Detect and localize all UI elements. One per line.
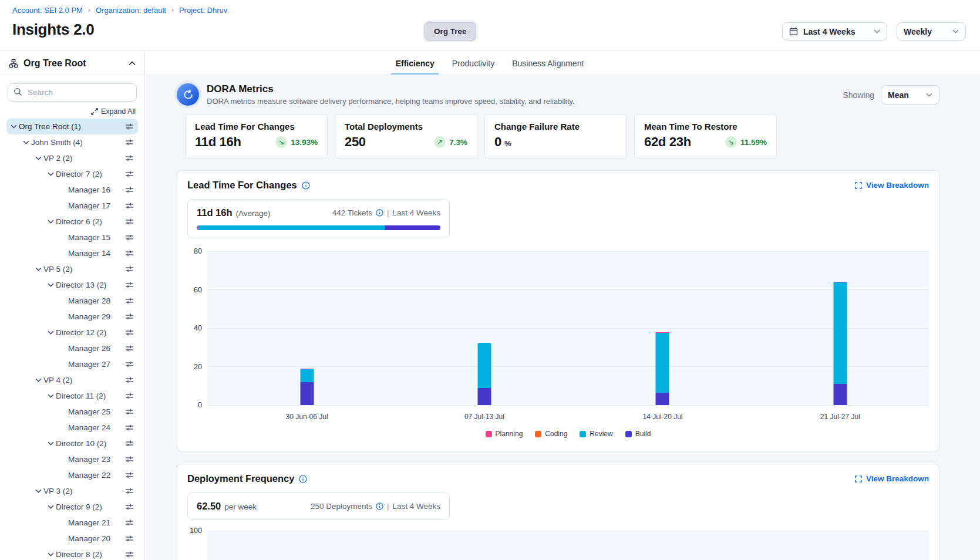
info-icon[interactable] — [299, 475, 307, 483]
tab-efficiency[interactable]: Efficiency — [396, 52, 435, 75]
chevron-down-icon[interactable] — [33, 156, 43, 160]
sliders-icon[interactable] — [125, 139, 134, 146]
sliders-icon[interactable] — [125, 234, 134, 241]
arrow-down-right-icon: ↘ — [275, 136, 287, 148]
sliders-icon[interactable] — [125, 360, 134, 368]
tree-item-manager-15[interactable]: Manager 15 — [6, 230, 138, 245]
tree-item-manager-25[interactable]: Manager 25 — [6, 404, 138, 420]
chevron-down-icon[interactable] — [45, 505, 56, 509]
tree-item-manager-16[interactable]: Manager 16 — [6, 182, 138, 198]
tree-item-john-smith-4[interactable]: John Smith (4) — [6, 134, 138, 150]
sliders-icon[interactable] — [125, 329, 134, 336]
breadcrumb-project[interactable]: Project: Dhruv — [179, 6, 227, 15]
sliders-icon[interactable] — [125, 424, 134, 431]
info-icon[interactable] — [376, 209, 383, 217]
sliders-icon[interactable] — [125, 440, 134, 447]
info-icon[interactable] — [302, 181, 310, 190]
tree-item-director-12-2[interactable]: Director 12 (2) — [6, 325, 138, 340]
sliders-icon[interactable] — [125, 376, 134, 384]
tree-item-manager-29[interactable]: Manager 29 — [6, 309, 138, 325]
expand-all-button[interactable]: Expand All — [0, 107, 136, 116]
chevron-down-icon[interactable] — [45, 330, 56, 335]
sliders-icon[interactable] — [125, 186, 134, 194]
showing-control: Showing Mean — [843, 85, 939, 104]
sliders-icon[interactable] — [125, 123, 134, 130]
sliders-icon[interactable] — [125, 535, 134, 542]
sliders-icon[interactable] — [125, 218, 134, 225]
metric-card-title: Change Failure Rate — [494, 122, 617, 131]
tree-item-director-9-2[interactable]: Director 9 (2) — [6, 499, 138, 515]
sliders-icon[interactable] — [125, 471, 134, 479]
sliders-icon[interactable] — [125, 313, 134, 321]
tree-item-manager-24[interactable]: Manager 24 — [6, 420, 138, 436]
breadcrumb-account[interactable]: Account: SEI 2.0 PM — [12, 6, 83, 15]
chevron-down-icon[interactable] — [21, 140, 31, 144]
tab-productivity[interactable]: Productivity — [452, 52, 494, 75]
collapse-sidebar-chevron-up-icon[interactable] — [129, 61, 136, 66]
tree-item-director-13-2[interactable]: Director 13 (2) — [6, 277, 138, 293]
deployment-view-breakdown-link[interactable]: View Breakdown — [855, 474, 929, 483]
chevron-down-icon[interactable] — [33, 378, 43, 382]
tree-item-director-8-2[interactable]: Director 8 (2) — [6, 546, 138, 560]
sliders-icon[interactable] — [125, 202, 134, 210]
sliders-icon[interactable] — [125, 392, 134, 400]
tree-item-director-11-2[interactable]: Director 11 (2) — [6, 388, 138, 404]
sliders-icon[interactable] — [125, 281, 134, 289]
sliders-icon[interactable] — [125, 519, 134, 527]
lead-time-view-breakdown-link[interactable]: View Breakdown — [855, 181, 929, 190]
chevron-down-icon[interactable] — [45, 394, 56, 398]
legend-item-coding[interactable]: Coding — [535, 430, 567, 438]
legend-item-review[interactable]: Review — [580, 430, 612, 438]
sliders-icon[interactable] — [125, 265, 134, 273]
chevron-down-icon[interactable] — [45, 283, 56, 287]
granularity-select[interactable]: Weekly — [897, 22, 966, 41]
tree-item-label: Director 8 (2) — [56, 550, 102, 559]
date-range-select[interactable]: Last 4 Weeks — [782, 22, 887, 41]
showing-select[interactable]: Mean — [881, 85, 939, 104]
sliders-icon[interactable] — [125, 297, 134, 305]
sliders-icon[interactable] — [125, 456, 134, 463]
tree-item-vp-4-2[interactable]: VP 4 (2) — [6, 372, 138, 388]
chevron-down-icon[interactable] — [45, 172, 56, 176]
tree-item-org-tree-root-1[interactable]: Org Tree Root (1) — [6, 119, 138, 134]
tree-item-manager-17[interactable]: Manager 17 — [6, 198, 138, 214]
chevron-down-icon[interactable] — [45, 220, 56, 224]
tree-item-director-10-2[interactable]: Director 10 (2) — [6, 436, 138, 451]
chevron-down-icon[interactable] — [33, 267, 43, 271]
legend-item-build[interactable]: Build — [625, 430, 651, 438]
tree-item-manager-26[interactable]: Manager 26 — [6, 340, 138, 356]
tree-item-director-7-2[interactable]: Director 7 (2) — [6, 166, 138, 182]
y-axis: 020406080 — [187, 251, 207, 405]
chevron-down-icon[interactable] — [8, 124, 19, 129]
tree-item-label: VP 5 (2) — [43, 265, 72, 274]
sliders-icon[interactable] — [125, 154, 134, 162]
tree-item-vp-2-2[interactable]: VP 2 (2) — [6, 150, 138, 166]
chevron-down-icon[interactable] — [45, 441, 56, 446]
tree-item-manager-22[interactable]: Manager 22 — [6, 467, 138, 483]
breadcrumb-organization[interactable]: Organization: default — [96, 6, 166, 15]
tree-item-manager-20[interactable]: Manager 20 — [6, 531, 138, 546]
chevron-down-icon[interactable] — [33, 489, 43, 493]
sliders-icon[interactable] — [125, 249, 134, 257]
info-icon[interactable] — [376, 502, 383, 510]
org-tree-button[interactable]: Org Tree — [425, 22, 476, 41]
chevron-down-icon[interactable] — [45, 552, 56, 556]
trend-indicator: ↘11.59% — [725, 136, 767, 148]
sliders-icon[interactable] — [125, 551, 134, 558]
sliders-icon[interactable] — [125, 408, 134, 416]
tab-business-alignment[interactable]: Business Alignment — [512, 52, 584, 75]
tree-item-manager-23[interactable]: Manager 23 — [6, 451, 138, 467]
tree-item-manager-27[interactable]: Manager 27 — [6, 356, 138, 372]
tree-item-manager-28[interactable]: Manager 28 — [6, 293, 138, 309]
tree-item-vp-5-2[interactable]: VP 5 (2) — [6, 261, 138, 277]
sliders-icon[interactable] — [125, 487, 134, 495]
tree-item-manager-14[interactable]: Manager 14 — [6, 245, 138, 261]
sliders-icon[interactable] — [125, 503, 134, 511]
tree-item-director-6-2[interactable]: Director 6 (2) — [6, 214, 138, 230]
legend-item-planning[interactable]: Planning — [486, 430, 523, 438]
tree-item-vp-3-2[interactable]: VP 3 (2) — [6, 483, 138, 499]
search-input[interactable] — [8, 83, 137, 102]
sliders-icon[interactable] — [125, 170, 134, 178]
sliders-icon[interactable] — [125, 345, 134, 352]
tree-item-manager-21[interactable]: Manager 21 — [6, 515, 138, 531]
